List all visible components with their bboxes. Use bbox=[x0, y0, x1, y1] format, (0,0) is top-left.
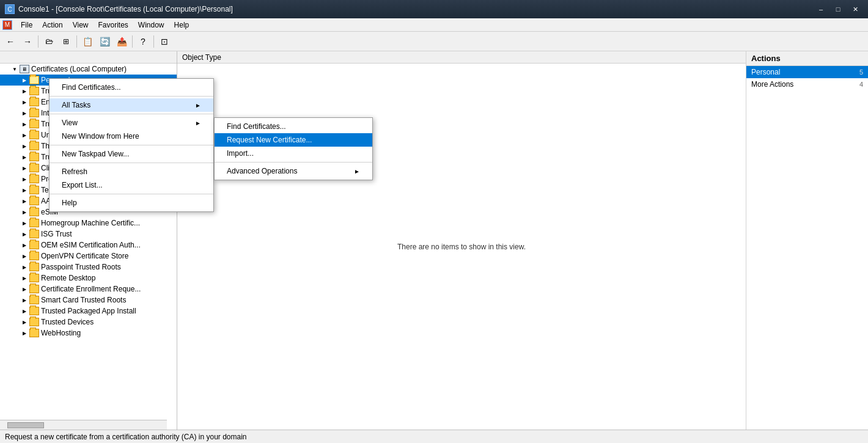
certenroll-label: Certificate Enrollment Reque... bbox=[41, 285, 141, 293]
refresh-button[interactable]: 🔄 bbox=[97, 34, 112, 49]
tree-trusteddevices[interactable]: ▶ Trusted Devices bbox=[0, 317, 177, 328]
sub-import-label: Import... bbox=[227, 149, 254, 158]
action-more[interactable]: More Actions 4 bbox=[746, 78, 868, 90]
ctx-refresh-label: Refresh bbox=[62, 167, 87, 176]
webhosting-label: WebHosting bbox=[41, 329, 81, 337]
ctx-help[interactable]: Help bbox=[50, 196, 213, 210]
smartcard-label: Smart Card Trusted Roots bbox=[41, 296, 126, 304]
menu-window[interactable]: Window bbox=[133, 20, 169, 31]
back-button[interactable]: ← bbox=[2, 34, 18, 49]
webhosting-expander[interactable]: ▶ bbox=[20, 328, 29, 338]
remotedesktop-expander[interactable]: ▶ bbox=[20, 273, 29, 283]
ctx-export-list[interactable]: Export List... bbox=[50, 178, 213, 192]
smartcard-expander[interactable]: ▶ bbox=[20, 295, 29, 305]
sub-request-new[interactable]: Request New Certificate... bbox=[215, 133, 372, 147]
help-button[interactable]: ? bbox=[135, 34, 151, 49]
oem-expander[interactable]: ▶ bbox=[20, 240, 29, 250]
tree-webhosting[interactable]: ▶ WebHosting bbox=[0, 328, 177, 339]
copy-button[interactable]: 📋 bbox=[79, 34, 95, 49]
sub-advanced-ops[interactable]: Advanced Operations ► bbox=[215, 164, 372, 178]
remotedesktop-folder-icon bbox=[29, 274, 39, 282]
aadt-expander[interactable]: ▶ bbox=[20, 196, 29, 206]
status-text: Request a new certificate from a certifi… bbox=[5, 433, 247, 441]
root-expander[interactable]: ▼ bbox=[10, 64, 20, 74]
isg-expander[interactable]: ▶ bbox=[20, 229, 29, 239]
openvpn-label: OpenVPN Certificate Store bbox=[41, 252, 128, 260]
tree-trustedpkg[interactable]: ▶ Trusted Packaged App Install bbox=[0, 306, 177, 317]
interm-expander[interactable]: ▶ bbox=[20, 108, 29, 118]
previe-expander[interactable]: ▶ bbox=[20, 174, 29, 184]
title-bar: C Console1 - [Console Root\Certificates … bbox=[0, 0, 868, 18]
testr-folder-icon bbox=[29, 186, 39, 194]
tree-openvpn[interactable]: ▶ OpenVPN Certificate Store bbox=[0, 251, 177, 262]
tree-passpoint[interactable]: ▶ Passpoint Trusted Roots bbox=[0, 262, 177, 273]
tree-isg[interactable]: ▶ ISG Trust bbox=[0, 229, 177, 240]
browse-button[interactable]: ⊞ bbox=[58, 34, 74, 49]
tree-hscrollbar[interactable] bbox=[0, 420, 167, 430]
personal-expander[interactable]: ▶ bbox=[20, 75, 29, 85]
tree-oem[interactable]: ▶ OEM eSIM Certification Auth... bbox=[0, 240, 177, 251]
tree-smartcard[interactable]: ▶ Smart Card Trusted Roots bbox=[0, 295, 177, 306]
passpoint-folder-icon bbox=[29, 263, 39, 271]
tree-remotedesktop[interactable]: ▶ Remote Desktop bbox=[0, 273, 177, 284]
truste2-expander[interactable]: ▶ bbox=[20, 119, 29, 129]
esim-folder-icon bbox=[29, 208, 39, 216]
sub-find-certificates[interactable]: Find Certificates... bbox=[215, 120, 372, 133]
ctx-new-taskpad[interactable]: New Taskpad View... bbox=[50, 147, 213, 161]
ctx-new-window[interactable]: New Window from Here bbox=[50, 130, 213, 143]
certenroll-expander[interactable]: ▶ bbox=[20, 284, 29, 294]
menu-view[interactable]: View bbox=[68, 20, 94, 31]
trusteddevices-expander[interactable]: ▶ bbox=[20, 317, 29, 327]
sub-find-certificates-label: Find Certificates... bbox=[227, 122, 286, 131]
homegroup-expander[interactable]: ▶ bbox=[20, 218, 29, 228]
menu-favorites[interactable]: Favorites bbox=[94, 20, 133, 31]
minimize-button[interactable]: – bbox=[813, 3, 829, 15]
tree-homegroup[interactable]: ▶ Homegroup Machine Certific... bbox=[0, 218, 177, 229]
sub-import[interactable]: Import... bbox=[215, 147, 372, 160]
title-bar-text: Console1 - [Console Root\Certificates (L… bbox=[18, 5, 813, 13]
truste3-folder-icon bbox=[29, 153, 39, 161]
action-personal[interactable]: Personal 5 bbox=[746, 66, 868, 78]
forward-button[interactable]: → bbox=[20, 34, 35, 49]
passpoint-expander[interactable]: ▶ bbox=[20, 262, 29, 272]
ctx-view[interactable]: View ► bbox=[50, 116, 213, 130]
menu-help[interactable]: Help bbox=[169, 20, 194, 31]
testr-expander[interactable]: ▶ bbox=[20, 185, 29, 195]
toolbar-sep-1 bbox=[38, 35, 39, 48]
esim-expander[interactable]: ▶ bbox=[20, 207, 29, 217]
third-expander[interactable]: ▶ bbox=[20, 141, 29, 151]
trustedpkg-label: Trusted Packaged App Install bbox=[41, 307, 136, 315]
openvpn-expander[interactable]: ▶ bbox=[20, 251, 29, 261]
client-expander[interactable]: ▶ bbox=[20, 163, 29, 173]
ctx-help-label: Help bbox=[62, 199, 77, 207]
truste1-expander[interactable]: ▶ bbox=[20, 86, 29, 96]
untru-expander[interactable]: ▶ bbox=[20, 130, 29, 140]
export-button[interactable]: 📤 bbox=[114, 34, 130, 49]
ctx-find-certificates[interactable]: Find Certificates... bbox=[50, 81, 213, 94]
menu-app-icon: M bbox=[2, 20, 12, 30]
menu-action[interactable]: Action bbox=[37, 20, 67, 31]
ctx-new-window-label: New Window from Here bbox=[62, 132, 139, 141]
menu-file[interactable]: File bbox=[16, 20, 37, 31]
ctx-all-tasks[interactable]: All Tasks ► bbox=[50, 98, 213, 112]
sub-advanced-ops-label: Advanced Operations bbox=[227, 167, 297, 175]
tree-root[interactable]: ▼ 🖥 Certificates (Local Computer) bbox=[0, 64, 177, 75]
maximize-button[interactable]: □ bbox=[830, 3, 846, 15]
oem-label: OEM eSIM Certification Auth... bbox=[41, 241, 141, 249]
passpoint-label: Passpoint Trusted Roots bbox=[41, 263, 121, 271]
enterp-expander[interactable]: ▶ bbox=[20, 97, 29, 107]
detail-header: Object Type bbox=[177, 51, 746, 64]
truste3-expander[interactable]: ▶ bbox=[20, 152, 29, 162]
console-button[interactable]: ⊡ bbox=[156, 34, 172, 49]
ctx-sep-5 bbox=[50, 194, 213, 194]
close-button[interactable]: ✕ bbox=[847, 3, 863, 15]
toolbar-sep-3 bbox=[132, 35, 133, 48]
client-folder-icon bbox=[29, 164, 39, 172]
ctx-view-arrow: ► bbox=[195, 120, 201, 126]
trustedpkg-expander[interactable]: ▶ bbox=[20, 306, 29, 316]
tree-certenroll[interactable]: ▶ Certificate Enrollment Reque... bbox=[0, 284, 177, 295]
ctx-refresh[interactable]: Refresh bbox=[50, 165, 213, 178]
folder-up-button[interactable]: 🗁 bbox=[41, 34, 57, 49]
homegroup-label: Homegroup Machine Certific... bbox=[41, 219, 140, 227]
toolbar-sep-4 bbox=[153, 35, 154, 48]
